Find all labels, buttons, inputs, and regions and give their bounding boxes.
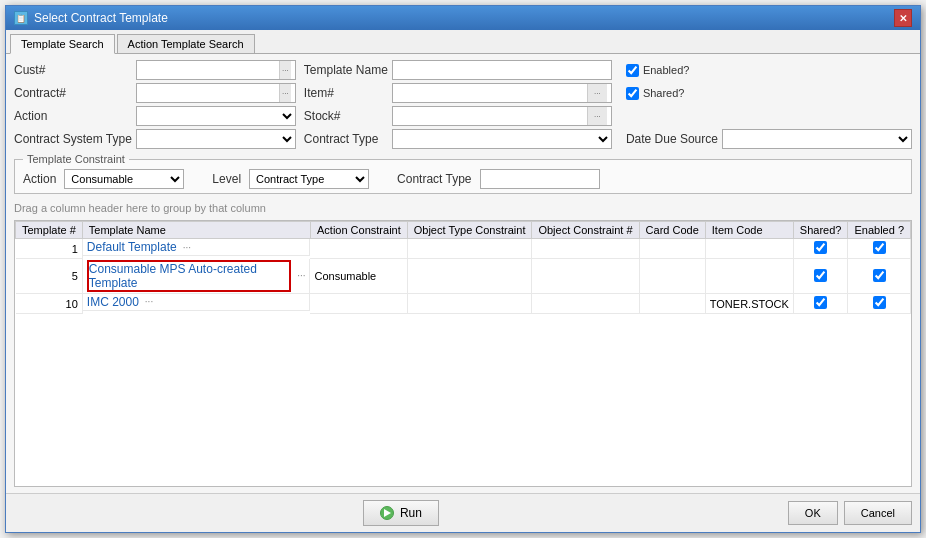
form-fields: Cust# ··· Template Name Enabled? Contrac…	[14, 60, 912, 149]
enabled-checkbox-cell[interactable]	[873, 296, 886, 309]
run-triangle-icon	[384, 509, 391, 517]
shared-checkbox-cell[interactable]	[814, 296, 827, 309]
run-icon	[380, 506, 394, 520]
cell-item-code	[705, 259, 793, 294]
col-shared: Shared?	[793, 222, 848, 239]
cust-label: Cust#	[14, 63, 136, 77]
table-row[interactable]: 5Consumable MPS Auto-created Template···…	[16, 259, 911, 294]
item-label: Item#	[304, 86, 392, 100]
tab-action-template-search[interactable]: Action Template Search	[117, 34, 255, 53]
item-text[interactable]	[397, 84, 587, 102]
template-name-link[interactable]: Consumable MPS Auto-created Template	[87, 260, 291, 292]
cell-enabled	[848, 259, 911, 294]
cell-action-constraint	[310, 239, 407, 259]
stock-dots-btn[interactable]: ···	[587, 107, 607, 125]
cell-enabled	[848, 294, 911, 314]
cancel-button[interactable]: Cancel	[844, 501, 912, 525]
item-input[interactable]: ···	[392, 83, 612, 103]
shared-checkbox-cell[interactable]	[814, 269, 827, 282]
row-dots[interactable]: ···	[297, 270, 305, 281]
constraint-contract-type-value[interactable]: Machine	[480, 169, 600, 189]
table-body: 1Default Template···5Consumable MPS Auto…	[16, 239, 911, 314]
cell-card-code	[639, 259, 705, 294]
main-content: Cust# ··· Template Name Enabled? Contrac…	[6, 54, 920, 493]
constraint-action-select[interactable]: Consumable	[64, 169, 184, 189]
stock-text[interactable]	[397, 107, 587, 125]
cell-shared	[793, 259, 848, 294]
table-row[interactable]: 1Default Template···	[16, 239, 911, 259]
action-label: Action	[14, 109, 136, 123]
cell-enabled	[848, 239, 911, 259]
col-template-num: Template #	[16, 222, 83, 239]
results-table: Template # Template Name Action Constrai…	[15, 221, 911, 314]
tab-template-search[interactable]: Template Search	[10, 34, 115, 54]
dialog-title: Select Contract Template	[34, 11, 168, 25]
close-button[interactable]: ✕	[894, 9, 912, 27]
cell-name: Consumable MPS Auto-created Template···	[83, 259, 311, 294]
contract-type-select[interactable]	[392, 129, 612, 149]
contract-label: Contract#	[14, 86, 136, 100]
stock-input[interactable]: ···	[392, 106, 612, 126]
cell-card-code	[639, 239, 705, 259]
item-dots-btn[interactable]: ···	[587, 84, 607, 102]
contract-input[interactable]: ···	[136, 83, 296, 103]
cell-action-constraint: Consumable	[310, 259, 407, 294]
cell-obj-constraint-num	[532, 239, 639, 259]
enabled-checkbox-cell[interactable]	[873, 269, 886, 282]
stock-label: Stock#	[304, 109, 392, 123]
shared-checkbox-cell[interactable]	[814, 241, 827, 254]
group-hint: Drag a column header here to group by th…	[14, 198, 912, 216]
cust-input[interactable]: ···	[136, 60, 296, 80]
cell-shared	[793, 294, 848, 314]
col-enabled: Enabled ?	[848, 222, 911, 239]
footer-right: OK Cancel	[788, 501, 912, 525]
cell-obj-type	[407, 294, 532, 314]
title-bar: 📋 Select Contract Template ✕	[6, 6, 920, 30]
constraint-level-select[interactable]: Contract Type	[249, 169, 369, 189]
constraint-action-label: Action	[23, 172, 56, 186]
contract-system-type-label: Contract System Type	[14, 132, 136, 146]
enabled-checkbox[interactable]	[626, 64, 639, 77]
col-card-code: Card Code	[639, 222, 705, 239]
action-select[interactable]	[136, 106, 296, 126]
date-due-source-select[interactable]	[722, 129, 912, 149]
template-name-input[interactable]	[392, 60, 612, 80]
shared-row: Shared?	[620, 87, 722, 100]
row-dots[interactable]: ···	[183, 242, 191, 253]
contract-text[interactable]	[141, 84, 279, 102]
constraint-level-label: Level	[212, 172, 241, 186]
results-table-container[interactable]: Template # Template Name Action Constrai…	[14, 220, 912, 487]
cust-dots-btn[interactable]: ···	[279, 61, 291, 79]
template-name-link[interactable]: Default Template	[87, 240, 177, 254]
select-contract-template-dialog: 📋 Select Contract Template ✕ Template Se…	[5, 5, 921, 533]
shared-checkbox[interactable]	[626, 87, 639, 100]
cust-text[interactable]	[141, 61, 279, 79]
run-label: Run	[400, 506, 422, 520]
template-name-label: Template Name	[304, 63, 392, 77]
constraint-row: Action Consumable Level Contract Type Co…	[23, 169, 903, 189]
enabled-checkbox-cell[interactable]	[873, 241, 886, 254]
cell-num: 5	[16, 259, 83, 294]
cell-action-constraint	[310, 294, 407, 314]
col-obj-constraint: Object Constraint #	[532, 222, 639, 239]
cell-obj-type	[407, 239, 532, 259]
constraint-title: Template Constraint	[23, 153, 129, 165]
cell-item-code: TONER.STOCK	[705, 294, 793, 314]
template-name-link[interactable]: IMC 2000	[87, 295, 139, 309]
contract-dots-btn[interactable]: ···	[279, 84, 291, 102]
cell-obj-type	[407, 259, 532, 294]
col-item-code: Item Code	[705, 222, 793, 239]
contract-system-type-select[interactable]	[136, 129, 296, 149]
cell-card-code	[639, 294, 705, 314]
run-button[interactable]: Run	[363, 500, 439, 526]
dialog-footer: Run OK Cancel	[6, 493, 920, 532]
enabled-row: Enabled?	[620, 64, 722, 77]
cell-name: Default Template···	[83, 239, 311, 256]
ok-button[interactable]: OK	[788, 501, 838, 525]
row-dots[interactable]: ···	[145, 296, 153, 307]
table-row[interactable]: 10IMC 2000···TONER.STOCK	[16, 294, 911, 314]
dialog-icon: 📋	[14, 11, 28, 25]
table-header-row: Template # Template Name Action Constrai…	[16, 222, 911, 239]
cell-shared	[793, 239, 848, 259]
cell-name: IMC 2000···	[83, 294, 311, 311]
